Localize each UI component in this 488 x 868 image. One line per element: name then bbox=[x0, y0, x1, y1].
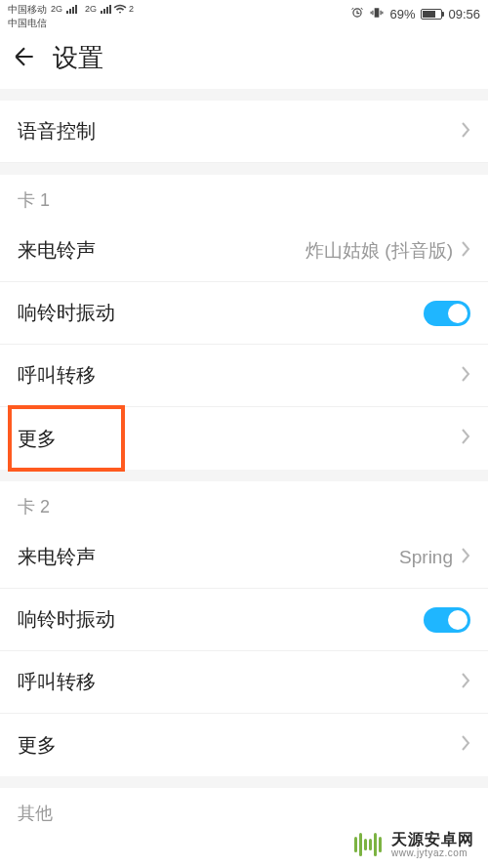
svg-rect-5 bbox=[379, 837, 382, 852]
back-icon[interactable] bbox=[12, 44, 37, 73]
row-sim1-forward[interactable]: 呼叫转移 bbox=[0, 345, 488, 407]
vibrate-icon bbox=[370, 6, 384, 22]
sim1-ringtone-label: 来电铃声 bbox=[18, 237, 96, 264]
page-title: 设置 bbox=[53, 41, 103, 75]
watermark-footer: 天源安卓网 www.jytyaz.com bbox=[0, 821, 488, 868]
row-sim2-more[interactable]: 更多 bbox=[0, 714, 488, 776]
battery-percent: 69% bbox=[389, 7, 415, 21]
section-gap bbox=[0, 776, 488, 788]
row-sim2-vibrate[interactable]: 响铃时振动 bbox=[0, 589, 488, 651]
sim1-forward-label: 呼叫转移 bbox=[18, 362, 96, 389]
row-sim1-more[interactable]: 更多 bbox=[0, 407, 488, 470]
footer-brand-cn: 天源安卓网 bbox=[391, 831, 474, 848]
row-sim1-vibrate[interactable]: 响铃时振动 bbox=[0, 282, 488, 345]
chevron-right-icon bbox=[461, 365, 470, 387]
section-gap bbox=[0, 470, 488, 481]
wifi-icon bbox=[113, 2, 127, 18]
network-type-1: 2G bbox=[51, 5, 62, 15]
carrier-1: 中国移动 bbox=[8, 4, 47, 15]
chevron-right-icon bbox=[461, 547, 470, 568]
status-right: 69% 09:56 bbox=[350, 6, 480, 22]
sim1-more-label: 更多 bbox=[18, 426, 57, 452]
chevron-right-icon bbox=[461, 121, 470, 143]
sim2-vibrate-label: 响铃时振动 bbox=[18, 606, 115, 633]
chevron-right-icon bbox=[461, 672, 470, 693]
chevron-right-icon bbox=[461, 428, 470, 449]
status-bar: 中国移动 2G 2G 2 中国电信 69% 09:56 bbox=[0, 0, 488, 27]
svg-rect-0 bbox=[354, 837, 357, 852]
svg-rect-2 bbox=[364, 839, 367, 850]
logo-icon bbox=[352, 829, 384, 860]
battery-icon bbox=[421, 9, 442, 20]
sim1-ringtone-value: 炸山姑娘 (抖音版) bbox=[305, 238, 453, 264]
row-sim1-ringtone[interactable]: 来电铃声 炸山姑娘 (抖音版) bbox=[0, 220, 488, 282]
chevron-right-icon bbox=[461, 240, 470, 262]
sim1-header: 卡 1 bbox=[0, 175, 488, 220]
voice-control-label: 语音控制 bbox=[18, 118, 96, 145]
sim2-forward-label: 呼叫转移 bbox=[18, 669, 96, 695]
sim2-header: 卡 2 bbox=[0, 481, 488, 526]
alarm-icon bbox=[350, 6, 364, 22]
row-sim2-ringtone[interactable]: 来电铃声 Spring bbox=[0, 526, 488, 589]
status-left: 中国移动 2G 2G 2 中国电信 bbox=[8, 0, 134, 28]
clock-time: 09:56 bbox=[448, 7, 480, 21]
svg-rect-1 bbox=[359, 833, 362, 856]
toggle-on-icon[interactable] bbox=[424, 301, 470, 326]
signal-bars-2 bbox=[101, 5, 111, 14]
sim1-vibrate-label: 响铃时振动 bbox=[18, 300, 115, 326]
row-voice-control[interactable]: 语音控制 bbox=[0, 101, 488, 163]
chevron-right-icon bbox=[461, 734, 470, 756]
svg-rect-4 bbox=[374, 833, 377, 856]
sim2-ringtone-label: 来电铃声 bbox=[18, 544, 96, 570]
sim2-ringtone-value: Spring bbox=[399, 547, 453, 568]
network-type-2: 2G bbox=[85, 5, 97, 15]
sim2-more-label: 更多 bbox=[18, 732, 57, 759]
app-header: 设置 bbox=[0, 27, 488, 89]
row-sim2-forward[interactable]: 呼叫转移 bbox=[0, 651, 488, 714]
signal-bars-1 bbox=[66, 5, 77, 14]
carrier-2: 中国电信 bbox=[8, 18, 47, 28]
wifi-index: 2 bbox=[129, 5, 134, 15]
section-gap bbox=[0, 89, 488, 101]
svg-rect-3 bbox=[369, 839, 372, 850]
section-gap bbox=[0, 163, 488, 175]
toggle-on-icon[interactable] bbox=[424, 607, 470, 633]
footer-brand-en: www.jytyaz.com bbox=[391, 847, 474, 858]
